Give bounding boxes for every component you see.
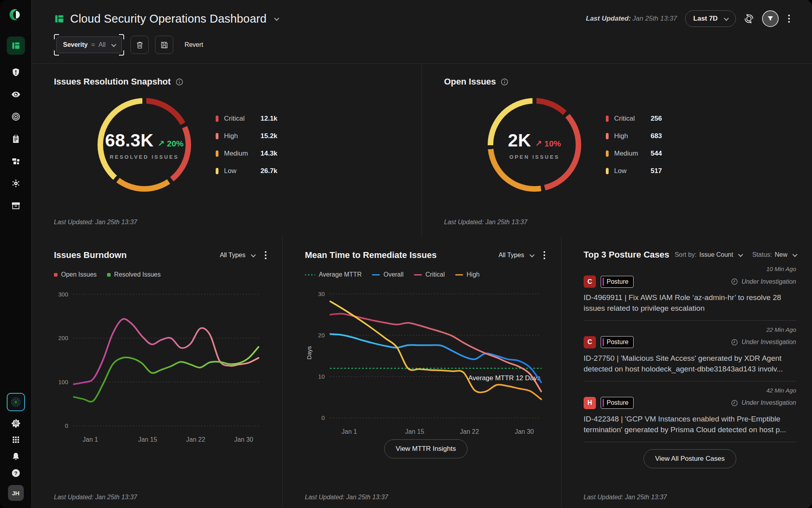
- open-issues-donut-chart: 2K ↗ 10% OPEN ISSUES: [488, 98, 581, 192]
- resolved-total: 68.3K: [105, 130, 154, 151]
- time-range-label: Last 7D: [693, 15, 718, 23]
- user-avatar[interactable]: JH: [8, 485, 24, 501]
- panel-last-updated: Last Updated: Jan 25th 13:37: [305, 494, 388, 501]
- revert-button[interactable]: Revert: [184, 41, 203, 48]
- chevron-down-icon: [111, 42, 117, 47]
- resolved-label: RESOLVED ISSUES: [110, 154, 179, 160]
- legend-critical[interactable]: Critical: [414, 271, 445, 278]
- case-description[interactable]: ID-4969911 | Fix AWS IAM Role ‘az-admin-…: [584, 292, 796, 314]
- case-timestamp: 10 Min Ago: [584, 266, 796, 272]
- legend-item-critical[interactable]: Critical12.1k: [216, 115, 278, 123]
- trash-icon: [136, 41, 144, 49]
- legend-resolved-issues[interactable]: Resolved Issues: [107, 271, 161, 278]
- notifications-bell-icon[interactable]: [11, 452, 21, 461]
- posture-case-row[interactable]: 22 Min Ago C Posture Under Investigation…: [584, 321, 796, 381]
- settings-gear-icon[interactable]: [11, 418, 21, 428]
- clock-icon: [731, 400, 738, 406]
- clipboard-icon[interactable]: [11, 134, 21, 144]
- filter-field: Severity: [63, 41, 88, 48]
- shield-alert-icon[interactable]: [11, 67, 21, 77]
- panel-title: Top 3 Posture Cases: [584, 250, 669, 260]
- severity-badge: C: [584, 336, 596, 348]
- divider: [584, 442, 796, 442]
- mttr-type-dropdown[interactable]: All Types: [498, 252, 533, 259]
- virus-icon[interactable]: [11, 179, 21, 188]
- more-options-kebab-icon[interactable]: [787, 13, 791, 24]
- help-icon[interactable]: ?: [11, 468, 21, 478]
- svg-text:20: 20: [318, 332, 325, 339]
- chevron-down-icon: [793, 252, 798, 257]
- legend-item-high[interactable]: High15.2k: [216, 132, 278, 140]
- case-description[interactable]: ID-422348 | 'GCP VM Instances enabled wi…: [584, 414, 796, 435]
- delete-filter-button[interactable]: [130, 36, 149, 54]
- mttr-legend: Average MTTR Overall Critical High: [305, 271, 547, 278]
- svg-text:0: 0: [322, 414, 325, 421]
- last-updated-value: Jan 25th 13:37: [632, 15, 677, 22]
- sort-by-dropdown[interactable]: Sort by:Issue Count: [675, 251, 742, 258]
- info-icon[interactable]: [501, 78, 508, 86]
- chevron-down-icon: [724, 15, 729, 21]
- legend-average-mttr[interactable]: Average MTTR: [305, 271, 362, 278]
- svg-text:30: 30: [318, 291, 325, 297]
- posture-case-row[interactable]: 42 Min Ago H Posture Under Investigation…: [584, 381, 796, 442]
- top-cards-row: Issues Resolution Snapshot 68.3K ↗ 20% R…: [32, 64, 812, 235]
- panel-title: Issues Burndown: [54, 250, 126, 260]
- dashboard-title-dropdown-chevron-icon[interactable]: [274, 15, 280, 21]
- time-range-button[interactable]: Last 7D: [685, 10, 736, 27]
- mttr-line-chart: 0102030Jan 1Jan 15Jan 22Jan 30DaysAverag…: [305, 281, 547, 439]
- svg-text:Jan 30: Jan 30: [234, 436, 253, 443]
- main-area: Cloud Security Operations Dashboard Last…: [32, 0, 812, 508]
- legend-item-high[interactable]: High683: [606, 132, 662, 140]
- archive-box-icon[interactable]: [11, 201, 21, 210]
- burndown-type-dropdown[interactable]: All Types: [220, 252, 255, 259]
- info-icon[interactable]: [176, 78, 183, 86]
- legend-overall[interactable]: Overall: [372, 271, 404, 278]
- refresh-sync-icon[interactable]: [744, 13, 754, 24]
- panel-title: Mean Time to Remediate Issues: [305, 250, 437, 260]
- status-dropdown[interactable]: Status:New: [752, 251, 796, 258]
- svg-text:Jan 22: Jan 22: [186, 436, 205, 443]
- case-description[interactable]: ID-27750 | 'Malicious Site Access' gener…: [584, 353, 796, 375]
- card-open-issues: Open Issues 2K ↗ 10% OPEN ISSUES: [422, 64, 812, 235]
- save-filter-button[interactable]: [155, 36, 173, 54]
- legend-item-low[interactable]: Low517: [606, 167, 662, 175]
- svg-text:Jan 15: Jan 15: [405, 428, 424, 435]
- legend-item-low[interactable]: Low26.7k: [216, 167, 278, 175]
- legend-item-critical[interactable]: Critical256: [606, 115, 662, 123]
- panel-mttr: Mean Time to Remediate Issues All Types …: [282, 235, 561, 508]
- chevron-down-icon: [530, 252, 535, 257]
- chevron-down-icon: [251, 252, 256, 257]
- posture-tag: Posture: [601, 397, 634, 409]
- posture-case-row[interactable]: 10 Min Ago C Posture Under Investigation…: [584, 260, 796, 321]
- legend-item-medium[interactable]: Medium14.3k: [216, 150, 278, 158]
- svg-text:Days: Days: [306, 346, 312, 360]
- clock-icon: [731, 339, 738, 346]
- burndown-kebab-icon[interactable]: [263, 250, 268, 261]
- mttr-kebab-icon[interactable]: [542, 250, 547, 261]
- severity-filter-chip[interactable]: Severity = All: [56, 37, 122, 53]
- open-total: 2K: [508, 130, 531, 151]
- case-status: Under Investigation: [731, 339, 796, 346]
- legend-open-issues[interactable]: Open Issues: [54, 271, 97, 278]
- target-icon[interactable]: [11, 112, 21, 121]
- sidebar-item-ai-copilot[interactable]: [7, 393, 25, 411]
- filter-button[interactable]: [762, 10, 779, 27]
- eye-icon[interactable]: [11, 90, 21, 99]
- sidebar: ? JH: [0, 0, 32, 508]
- sidebar-item-dashboards[interactable]: [7, 37, 25, 55]
- svg-text:Jan 15: Jan 15: [138, 436, 157, 443]
- prisma-cloud-logo: [8, 6, 24, 23]
- bottom-panels-row: Issues Burndown All Types Open Issues Re…: [32, 235, 812, 508]
- view-mttr-insights-button[interactable]: View MTTR Insights: [384, 439, 467, 458]
- filterbar: Severity = All Revert: [32, 29, 812, 64]
- legend-high[interactable]: High: [455, 271, 480, 278]
- case-timestamp: 22 Min Ago: [584, 326, 796, 333]
- legend-item-medium[interactable]: Medium544: [606, 150, 662, 158]
- view-all-posture-cases-button[interactable]: View All Posture Cases: [643, 449, 736, 468]
- apps-grid-icon[interactable]: [11, 435, 21, 444]
- burndown-legend: Open Issues Resolved Issues: [54, 271, 268, 278]
- blocks-icon[interactable]: [11, 156, 21, 166]
- last-updated: Last Updated:Jan 25th 13:37: [586, 15, 677, 23]
- last-updated-label: Last Updated:: [586, 15, 631, 22]
- chevron-down-icon: [738, 252, 743, 257]
